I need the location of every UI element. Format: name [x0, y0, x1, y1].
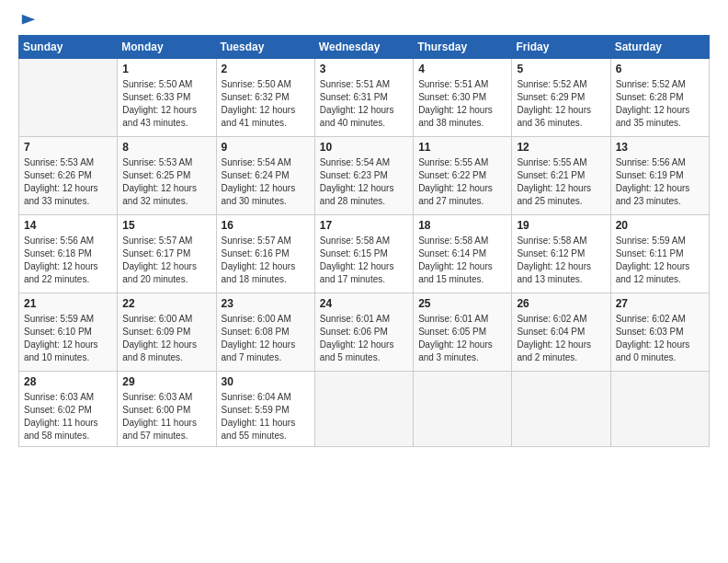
day-info: Sunrise: 5:56 AM Sunset: 6:18 PM Dayligh… [24, 235, 112, 286]
day-info: Sunrise: 5:59 AM Sunset: 6:11 PM Dayligh… [616, 235, 704, 286]
calendar-cell: 10Sunrise: 5:54 AM Sunset: 6:23 PM Dayli… [314, 137, 413, 215]
calendar-header: SundayMondayTuesdayWednesdayThursdayFrid… [19, 36, 710, 59]
day-number: 20 [616, 219, 704, 232]
day-info: Sunrise: 5:53 AM Sunset: 6:26 PM Dayligh… [24, 156, 112, 208]
header-cell-friday: Friday [512, 36, 610, 59]
day-info: Sunrise: 6:02 AM Sunset: 6:04 PM Dayligh… [517, 313, 605, 364]
calendar-week-5: 28Sunrise: 6:03 AM Sunset: 6:02 PM Dayli… [19, 372, 710, 447]
calendar-week-3: 14Sunrise: 5:56 AM Sunset: 6:18 PM Dayli… [19, 215, 710, 293]
calendar-cell: 24Sunrise: 6:01 AM Sunset: 6:06 PM Dayli… [314, 293, 413, 372]
day-number: 9 [222, 141, 310, 154]
day-info: Sunrise: 6:03 AM Sunset: 6:02 PM Dayligh… [24, 391, 112, 442]
day-number: 16 [222, 219, 310, 232]
header-cell-monday: Monday [118, 36, 216, 59]
calendar-cell: 17Sunrise: 5:58 AM Sunset: 6:15 PM Dayli… [314, 215, 413, 293]
day-info: Sunrise: 5:56 AM Sunset: 6:19 PM Dayligh… [616, 156, 704, 208]
day-number: 15 [122, 219, 210, 232]
calendar-cell: 16Sunrise: 5:57 AM Sunset: 6:16 PM Dayli… [216, 215, 314, 293]
calendar-cell: 23Sunrise: 6:00 AM Sunset: 6:08 PM Dayli… [216, 293, 314, 372]
header-cell-sunday: Sunday [19, 36, 118, 59]
calendar-cell: 4Sunrise: 5:51 AM Sunset: 6:30 PM Daylig… [414, 59, 512, 137]
day-info: Sunrise: 6:03 AM Sunset: 6:00 PM Dayligh… [122, 391, 210, 442]
day-number: 10 [320, 141, 408, 154]
day-number: 13 [616, 141, 704, 154]
calendar-cell: 1Sunrise: 5:50 AM Sunset: 6:33 PM Daylig… [118, 59, 216, 137]
day-info: Sunrise: 5:51 AM Sunset: 6:31 PM Dayligh… [320, 78, 408, 130]
calendar-cell [414, 372, 512, 447]
day-number: 19 [517, 219, 605, 232]
day-info: Sunrise: 6:01 AM Sunset: 6:06 PM Dayligh… [320, 313, 408, 364]
calendar-cell: 7Sunrise: 5:53 AM Sunset: 6:26 PM Daylig… [19, 137, 118, 215]
day-number: 17 [320, 219, 408, 232]
calendar-cell: 26Sunrise: 6:02 AM Sunset: 6:04 PM Dayli… [512, 293, 610, 372]
page: SundayMondayTuesdayWednesdayThursdayFrid… [0, 0, 728, 563]
calendar-cell: 2Sunrise: 5:50 AM Sunset: 6:32 PM Daylig… [216, 59, 314, 137]
day-number: 21 [24, 297, 112, 310]
day-number: 6 [616, 63, 704, 75]
day-number: 7 [24, 141, 112, 154]
day-info: Sunrise: 5:52 AM Sunset: 6:29 PM Dayligh… [517, 78, 605, 130]
day-info: Sunrise: 5:54 AM Sunset: 6:23 PM Dayligh… [320, 156, 408, 208]
day-info: Sunrise: 5:55 AM Sunset: 6:22 PM Dayligh… [418, 156, 506, 208]
day-number: 2 [222, 63, 310, 75]
day-info: Sunrise: 5:55 AM Sunset: 6:21 PM Dayligh… [517, 156, 605, 208]
calendar-cell: 8Sunrise: 5:53 AM Sunset: 6:25 PM Daylig… [118, 137, 216, 215]
day-info: Sunrise: 6:04 AM Sunset: 5:59 PM Dayligh… [222, 391, 310, 442]
calendar-cell: 20Sunrise: 5:59 AM Sunset: 6:11 PM Dayli… [610, 215, 709, 293]
day-number: 26 [517, 297, 605, 310]
day-info: Sunrise: 5:57 AM Sunset: 6:16 PM Dayligh… [222, 235, 310, 286]
calendar-table: SundayMondayTuesdayWednesdayThursdayFrid… [18, 35, 710, 447]
calendar-cell: 14Sunrise: 5:56 AM Sunset: 6:18 PM Dayli… [19, 215, 118, 293]
calendar-cell: 13Sunrise: 5:56 AM Sunset: 6:19 PM Dayli… [610, 137, 709, 215]
day-info: Sunrise: 5:58 AM Sunset: 6:12 PM Dayligh… [517, 235, 605, 286]
day-number: 12 [517, 141, 605, 154]
calendar-cell: 12Sunrise: 5:55 AM Sunset: 6:21 PM Dayli… [512, 137, 610, 215]
day-number: 1 [122, 63, 210, 75]
calendar-cell [512, 372, 610, 447]
calendar-cell [19, 59, 118, 137]
day-info: Sunrise: 5:58 AM Sunset: 6:15 PM Dayligh… [320, 235, 408, 286]
day-info: Sunrise: 5:50 AM Sunset: 6:32 PM Dayligh… [222, 78, 310, 130]
day-number: 8 [122, 141, 210, 154]
day-info: Sunrise: 5:51 AM Sunset: 6:30 PM Dayligh… [418, 78, 506, 130]
day-number: 3 [320, 63, 408, 75]
header [18, 17, 710, 26]
logo-flag-icon [20, 13, 37, 29]
day-number: 18 [418, 219, 506, 232]
day-info: Sunrise: 6:00 AM Sunset: 6:09 PM Dayligh… [122, 313, 210, 364]
day-number: 14 [24, 219, 112, 232]
calendar-cell: 15Sunrise: 5:57 AM Sunset: 6:17 PM Dayli… [118, 215, 216, 293]
day-info: Sunrise: 6:00 AM Sunset: 6:08 PM Dayligh… [222, 313, 310, 364]
day-info: Sunrise: 5:59 AM Sunset: 6:10 PM Dayligh… [24, 313, 112, 364]
calendar-cell: 30Sunrise: 6:04 AM Sunset: 5:59 PM Dayli… [216, 372, 314, 447]
logo [18, 17, 37, 26]
header-cell-tuesday: Tuesday [216, 36, 314, 59]
day-number: 27 [616, 297, 704, 310]
day-info: Sunrise: 6:02 AM Sunset: 6:03 PM Dayligh… [616, 313, 704, 364]
calendar-cell: 11Sunrise: 5:55 AM Sunset: 6:22 PM Dayli… [414, 137, 512, 215]
day-info: Sunrise: 5:54 AM Sunset: 6:24 PM Dayligh… [222, 156, 310, 208]
header-row: SundayMondayTuesdayWednesdayThursdayFrid… [19, 36, 710, 59]
calendar-cell: 25Sunrise: 6:01 AM Sunset: 6:05 PM Dayli… [414, 293, 512, 372]
day-number: 5 [517, 63, 605, 75]
day-info: Sunrise: 5:57 AM Sunset: 6:17 PM Dayligh… [122, 235, 210, 286]
day-info: Sunrise: 5:58 AM Sunset: 6:14 PM Dayligh… [418, 235, 506, 286]
day-info: Sunrise: 5:53 AM Sunset: 6:25 PM Dayligh… [122, 156, 210, 208]
calendar-cell: 5Sunrise: 5:52 AM Sunset: 6:29 PM Daylig… [512, 59, 610, 137]
day-info: Sunrise: 5:50 AM Sunset: 6:33 PM Dayligh… [122, 78, 210, 130]
day-number: 11 [418, 141, 506, 154]
calendar-cell: 28Sunrise: 6:03 AM Sunset: 6:02 PM Dayli… [19, 372, 118, 447]
calendar-cell [610, 372, 709, 447]
header-cell-wednesday: Wednesday [314, 36, 413, 59]
header-cell-saturday: Saturday [610, 36, 709, 59]
day-info: Sunrise: 6:01 AM Sunset: 6:05 PM Dayligh… [418, 313, 506, 364]
calendar-cell: 9Sunrise: 5:54 AM Sunset: 6:24 PM Daylig… [216, 137, 314, 215]
calendar-body: 1Sunrise: 5:50 AM Sunset: 6:33 PM Daylig… [19, 59, 710, 447]
day-number: 30 [222, 375, 310, 388]
calendar-cell: 19Sunrise: 5:58 AM Sunset: 6:12 PM Dayli… [512, 215, 610, 293]
day-info: Sunrise: 5:52 AM Sunset: 6:28 PM Dayligh… [616, 78, 704, 130]
day-number: 4 [418, 63, 506, 75]
day-number: 25 [418, 297, 506, 310]
day-number: 29 [122, 375, 210, 388]
calendar-cell: 6Sunrise: 5:52 AM Sunset: 6:28 PM Daylig… [610, 59, 709, 137]
